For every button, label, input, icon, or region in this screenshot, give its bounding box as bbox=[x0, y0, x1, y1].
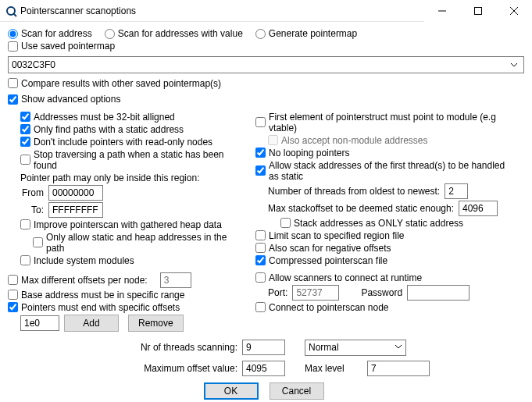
stackoffset-label: Max stackoffset to be deemed static enou… bbox=[268, 203, 454, 214]
offset-input[interactable] bbox=[20, 315, 59, 331]
base-range-label: Base address must be in specific range bbox=[21, 290, 184, 301]
no-looping-label: No looping pointers bbox=[269, 148, 349, 158]
stack-threads-label: Number of threads from oldest to newest: bbox=[268, 186, 440, 197]
max-diff-offsets-check[interactable]: Max different offsets per node: bbox=[8, 275, 148, 286]
chevron-down-icon bbox=[508, 59, 520, 71]
scan-threads-input[interactable] bbox=[242, 340, 285, 355]
scan-for-values-radio[interactable]: Scan for addresses with value bbox=[105, 28, 243, 39]
allow-runtime-check[interactable]: Allow scanners to connect at runtime bbox=[255, 272, 422, 283]
remove-button[interactable]: Remove bbox=[128, 315, 184, 332]
show-advanced-check[interactable]: Show advanced options bbox=[8, 94, 120, 105]
cancel-button[interactable]: Cancel bbox=[270, 382, 324, 400]
stack-only-static-check[interactable]: Stack addresses as ONLY static address bbox=[280, 218, 463, 229]
port-input bbox=[292, 285, 339, 301]
allow-runtime-label: Allow scanners to connect at runtime bbox=[269, 272, 422, 283]
include-sysmods-check[interactable]: Include system modules bbox=[20, 255, 134, 266]
alligned32-label: Addresses must be 32-bit alligned bbox=[34, 112, 175, 123]
accept-nonmodule-check: Also accept non-module addresses bbox=[268, 135, 427, 146]
no-readonly-label: Don't include pointers with read-only no… bbox=[34, 137, 212, 148]
connect-node-check[interactable]: Connect to pointerscan node bbox=[255, 302, 388, 313]
alligned32-check[interactable]: Addresses must be 32-bit alligned bbox=[20, 112, 175, 123]
generate-pointermap-label: Generate pointermap bbox=[269, 28, 357, 39]
use-saved-pointermap-label: Use saved pointermap bbox=[21, 41, 115, 52]
max-level-input[interactable] bbox=[367, 361, 430, 376]
no-readonly-check[interactable]: Don't include pointers with read-only no… bbox=[20, 137, 212, 148]
chevron-down-icon bbox=[395, 342, 402, 353]
max-offset-input[interactable] bbox=[242, 361, 285, 376]
end-specific-check[interactable]: Pointers must end with specific offsets bbox=[8, 302, 180, 313]
svg-rect-3 bbox=[475, 7, 482, 14]
svg-line-1 bbox=[13, 13, 16, 16]
minimize-button[interactable] bbox=[424, 0, 460, 22]
show-advanced-label: Show advanced options bbox=[21, 94, 120, 105]
advanced-right-column: First element of pointerstruct must poin… bbox=[255, 110, 524, 268]
first-elem-module-label: First element of pointerstruct must poin… bbox=[269, 112, 516, 133]
to-label: To: bbox=[20, 205, 44, 215]
stop-static-label: Stop traversing a path when a static has… bbox=[34, 149, 234, 171]
compressed-file-label: Compressed pointerscan file bbox=[269, 255, 387, 266]
compare-results-check[interactable]: Compare results with other saved pointer… bbox=[8, 78, 221, 89]
port-label: Port: bbox=[268, 287, 287, 298]
password-input bbox=[407, 285, 470, 301]
scan-for-values-label: Scan for addresses with value bbox=[118, 28, 243, 39]
max-offset-label: Maximum offset value: bbox=[8, 363, 242, 374]
address-value: 0032C3F0 bbox=[12, 59, 508, 70]
improve-heap-label: Improve pointerscan with gathered heap d… bbox=[34, 219, 222, 230]
only-static-heap-check[interactable]: Only allow static and heap addresses in … bbox=[33, 232, 234, 254]
end-specific-label: Pointers must end with specific offsets bbox=[21, 302, 180, 313]
scan-negative-check[interactable]: Also scan for negative offsets bbox=[255, 243, 391, 254]
connect-node-label: Connect to pointerscan node bbox=[269, 302, 388, 313]
use-saved-pointermap-check[interactable]: Use saved pointermap bbox=[8, 41, 115, 52]
scan-negative-label: Also scan for negative offsets bbox=[269, 243, 391, 254]
window-title: Pointerscanner scanoptions bbox=[17, 5, 424, 16]
compare-results-label: Compare results with other saved pointer… bbox=[21, 78, 221, 89]
include-sysmods-label: Include system modules bbox=[34, 255, 134, 266]
address-dropdown[interactable]: 0032C3F0 bbox=[8, 56, 524, 73]
priority-value: Normal bbox=[309, 342, 339, 353]
stackoffset-input[interactable] bbox=[459, 201, 498, 216]
max-diff-offsets-input bbox=[160, 272, 191, 288]
titlebar: Pointerscanner scanoptions bbox=[0, 0, 532, 22]
allow-stack-check[interactable]: Allow stack addresses of the first threa… bbox=[255, 160, 516, 182]
first-elem-module-check[interactable]: First element of pointerstruct must poin… bbox=[255, 112, 516, 133]
add-button[interactable]: Add bbox=[64, 315, 119, 332]
no-looping-check[interactable]: No looping pointers bbox=[255, 148, 349, 158]
scan-threads-label: Nr of threads scanning: bbox=[8, 342, 242, 353]
scan-for-address-label: Scan for address bbox=[21, 28, 92, 39]
stop-static-check[interactable]: Stop traversing a path when a static has… bbox=[20, 149, 234, 171]
generate-pointermap-radio[interactable]: Generate pointermap bbox=[255, 28, 357, 39]
app-icon bbox=[5, 5, 17, 17]
static-paths-label: Only find paths with a static address bbox=[34, 124, 184, 135]
from-label: From bbox=[20, 187, 44, 198]
stack-threads-input[interactable] bbox=[445, 183, 468, 199]
improve-heap-check[interactable]: Improve pointerscan with gathered heap d… bbox=[20, 219, 222, 230]
region-label: Pointer path may only be inside this reg… bbox=[20, 173, 199, 183]
compressed-file-check[interactable]: Compressed pointerscan file bbox=[255, 255, 387, 266]
maximize-button[interactable] bbox=[460, 0, 496, 22]
base-range-check[interactable]: Base address must be in specific range bbox=[8, 290, 184, 301]
static-paths-check[interactable]: Only find paths with a static address bbox=[20, 124, 184, 135]
max-diff-offsets-label: Max different offsets per node: bbox=[21, 275, 148, 286]
max-level-label: Max level bbox=[305, 363, 367, 374]
password-label: Password bbox=[361, 287, 402, 298]
priority-select[interactable]: Normal bbox=[305, 340, 406, 356]
limit-region-file-check[interactable]: Limit scan to specified region file bbox=[255, 230, 404, 241]
allow-stack-label: Allow stack addresses of the first threa… bbox=[269, 160, 516, 182]
limit-region-file-label: Limit scan to specified region file bbox=[269, 230, 404, 241]
accept-nonmodule-label: Also accept non-module addresses bbox=[281, 135, 427, 146]
from-input[interactable] bbox=[48, 185, 103, 201]
close-button[interactable] bbox=[496, 0, 532, 22]
advanced-left-column: Addresses must be 32-bit alligned Only f… bbox=[8, 110, 241, 268]
stack-only-static-label: Stack addresses as ONLY static address bbox=[294, 218, 463, 229]
ok-button[interactable]: OK bbox=[204, 382, 259, 400]
scan-for-address-radio[interactable]: Scan for address bbox=[8, 28, 92, 39]
only-static-heap-label: Only allow static and heap addresses in … bbox=[46, 232, 234, 254]
to-input[interactable] bbox=[48, 202, 103, 218]
